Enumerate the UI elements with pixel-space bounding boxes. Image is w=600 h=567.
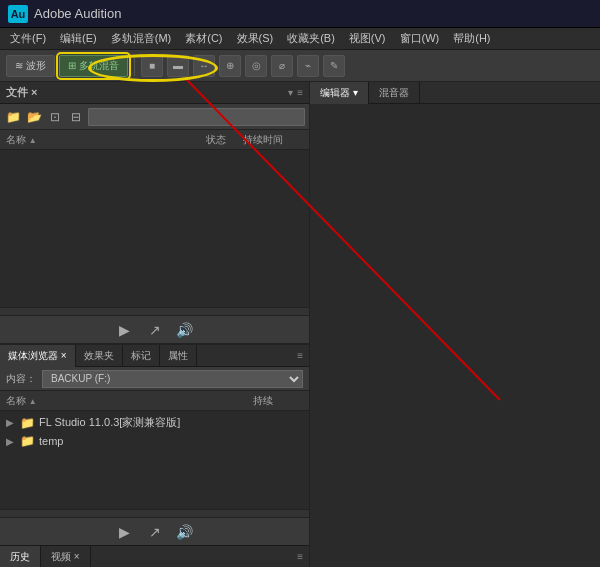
play-btn[interactable]: ▶	[114, 319, 136, 341]
toolbar-icon-4[interactable]: ⊕	[219, 55, 241, 77]
media-export-btn[interactable]: ↗	[144, 521, 166, 543]
toolbar-icon-2[interactable]: ▬	[167, 55, 189, 77]
tab-editor[interactable]: 编辑器 ▾	[310, 82, 369, 104]
media-col-dur: 持续	[253, 394, 303, 408]
new-file-btn[interactable]: 📁	[4, 108, 22, 126]
left-panel: 文件 × ▾ ≡ 📁 📂 ⊡ ⊟ 名称 ▲ 状态 持续时间	[0, 82, 310, 567]
menu-window[interactable]: 窗口(W)	[394, 29, 446, 48]
menu-multitrack[interactable]: 多轨混音(M)	[105, 29, 178, 48]
au-logo: Au	[8, 5, 28, 23]
tab-video[interactable]: 视频 ×	[41, 546, 91, 568]
list-item[interactable]: ▶ 📁 temp	[0, 432, 309, 450]
col-duration-header: 持续时间	[243, 133, 303, 147]
file-toolbar: 📁 📂 ⊡ ⊟	[0, 104, 309, 130]
right-panel-body	[310, 104, 600, 567]
waveform-button[interactable]: ≋ 波形	[6, 55, 55, 77]
open-file-btn[interactable]: 📂	[25, 108, 43, 126]
file-tool-2[interactable]: ⊟	[67, 108, 85, 126]
export-btn[interactable]: ↗	[144, 319, 166, 341]
menu-effects[interactable]: 效果(S)	[231, 29, 280, 48]
menu-edit[interactable]: 编辑(E)	[54, 29, 103, 48]
title-bar: Au Adobe Audition	[0, 0, 600, 28]
media-col-name: 名称 ▲	[6, 394, 253, 408]
bottom-tabs: 历史 视频 × ≡	[0, 545, 309, 567]
content-select[interactable]: BACKUP (F:)	[42, 370, 303, 388]
toolbar-icon-5[interactable]: ◎	[245, 55, 267, 77]
tab-mixer[interactable]: 混音器	[369, 82, 420, 104]
multitrack-icon: ⊞	[68, 60, 76, 71]
file-panel-pin[interactable]: ≡	[297, 87, 303, 98]
expand-icon-1[interactable]: ▶	[6, 417, 16, 428]
media-audio-btn[interactable]: 🔊	[174, 521, 196, 543]
media-play-btn[interactable]: ▶	[114, 521, 136, 543]
file-list-body	[0, 150, 309, 307]
media-tabs: 媒体浏览器 × 效果夹 标记 属性 ≡	[0, 345, 309, 367]
folder-icon-1: 📁	[20, 416, 35, 430]
file-panel: 文件 × ▾ ≡ 📁 📂 ⊡ ⊟ 名称 ▲ 状态 持续时间	[0, 82, 309, 345]
media-item-fl: FL Studio 11.0.3[家测兼容版]	[39, 415, 180, 430]
list-item[interactable]: ▶ 📁 FL Studio 11.0.3[家测兼容版]	[0, 413, 309, 432]
multitrack-button[interactable]: ⊞ 多轨混音	[59, 55, 128, 77]
media-menu[interactable]: ≡	[297, 350, 303, 361]
col-status-header: 状态	[191, 133, 241, 147]
file-search-input[interactable]	[88, 108, 305, 126]
menu-bar: 文件(F) 编辑(E) 多轨混音(M) 素材(C) 效果(S) 收藏夹(B) 视…	[0, 28, 600, 50]
file-bottom-bar: ▶ ↗ 🔊	[0, 315, 309, 343]
main-area: 文件 × ▾ ≡ 📁 📂 ⊡ ⊟ 名称 ▲ 状态 持续时间	[0, 82, 600, 567]
app-title: Adobe Audition	[34, 6, 121, 21]
media-bottom-bar: ▶ ↗ 🔊	[0, 517, 309, 545]
tab-markers[interactable]: 标记	[123, 345, 160, 367]
toolbar-icon-3[interactable]: ↔	[193, 55, 215, 77]
content-label: 内容：	[6, 372, 36, 386]
col-name-header: 名称 ▲	[6, 133, 189, 147]
file-panel-header: 文件 × ▾ ≡	[0, 82, 309, 104]
tab-effects[interactable]: 效果夹	[76, 345, 123, 367]
toolbar-icon-8[interactable]: ✎	[323, 55, 345, 77]
toolbar-icon-7[interactable]: ⌁	[297, 55, 319, 77]
file-panel-controls: ▾ ≡	[288, 87, 303, 98]
waveform-label: 波形	[26, 59, 46, 73]
toolbar-icon-1[interactable]: ■	[141, 55, 163, 77]
media-list-body: ▶ 📁 FL Studio 11.0.3[家测兼容版] ▶ 📁 temp	[0, 411, 309, 509]
toolbar: ≋ 波形 ⊞ 多轨混音 ■ ▬ ↔ ⊕ ◎ ⌀ ⌁ ✎	[0, 50, 600, 82]
menu-favorites[interactable]: 收藏夹(B)	[281, 29, 341, 48]
right-panel-tabs: 编辑器 ▾ 混音器	[310, 82, 600, 104]
menu-clip[interactable]: 素材(C)	[179, 29, 228, 48]
toolbar-icon-6[interactable]: ⌀	[271, 55, 293, 77]
right-panel: 编辑器 ▾ 混音器	[310, 82, 600, 567]
media-item-temp: temp	[39, 435, 63, 447]
file-tool-1[interactable]: ⊡	[46, 108, 64, 126]
toolbar-separator-1	[134, 56, 135, 76]
file-list-header: 名称 ▲ 状态 持续时间	[0, 130, 309, 150]
file-panel-title: 文件 ×	[6, 85, 37, 100]
tab-properties[interactable]: 属性	[160, 345, 197, 367]
menu-help[interactable]: 帮助(H)	[447, 29, 496, 48]
menu-file[interactable]: 文件(F)	[4, 29, 52, 48]
media-sort-arrow: ▲	[29, 397, 37, 406]
folder-icon-2: 📁	[20, 434, 35, 448]
expand-icon-2[interactable]: ▶	[6, 436, 16, 447]
file-panel-menu[interactable]: ▾	[288, 87, 293, 98]
audio-btn[interactable]: 🔊	[174, 319, 196, 341]
tab-media-browser[interactable]: 媒体浏览器 ×	[0, 345, 76, 367]
media-scrollbar-h[interactable]	[0, 509, 309, 517]
multitrack-label: 多轨混音	[79, 59, 119, 73]
bottom-tab-menu[interactable]: ≡	[297, 551, 309, 562]
menu-view[interactable]: 视图(V)	[343, 29, 392, 48]
media-content-bar: 内容： BACKUP (F:)	[0, 367, 309, 391]
waveform-icon: ≋	[15, 60, 23, 71]
tab-history[interactable]: 历史	[0, 546, 41, 568]
media-tab-controls: ≡	[297, 350, 309, 361]
media-panel: 媒体浏览器 × 效果夹 标记 属性 ≡ 内容： BACKUP (F:) 名称 ▲	[0, 345, 309, 545]
media-list-header: 名称 ▲ 持续	[0, 391, 309, 411]
sort-arrow-name: ▲	[29, 136, 37, 145]
file-scrollbar-h[interactable]	[0, 307, 309, 315]
